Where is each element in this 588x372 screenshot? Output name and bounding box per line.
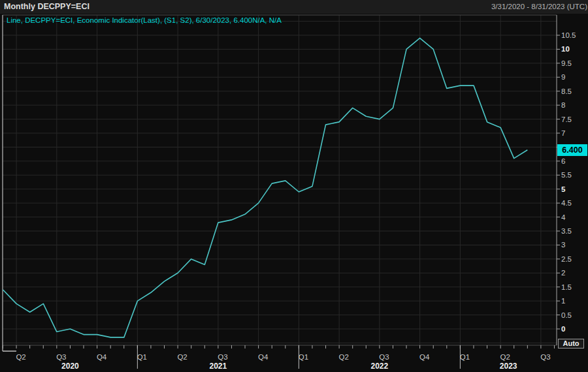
svg-text:Q2: Q2	[338, 353, 348, 361]
svg-text:Q4: Q4	[258, 353, 269, 361]
svg-text:Q1: Q1	[299, 353, 308, 361]
svg-text:2020: 2020	[61, 362, 79, 371]
x-axis-ticks	[3, 345, 555, 349]
svg-text:Q4: Q4	[419, 353, 430, 361]
svg-text:1.5: 1.5	[561, 283, 572, 291]
svg-text:4.5: 4.5	[561, 199, 572, 207]
svg-text:0.5: 0.5	[561, 311, 572, 319]
series-legend[interactable]: Line, DECPPY=ECI, Economic Indicator(Las…	[7, 16, 282, 24]
svg-text:7: 7	[561, 129, 565, 137]
svg-text:7.5: 7.5	[561, 116, 572, 123]
svg-text:Q3: Q3	[56, 353, 66, 361]
svg-text:Q3: Q3	[379, 353, 389, 361]
svg-text:8: 8	[561, 101, 565, 109]
svg-text:5: 5	[561, 185, 566, 193]
svg-text:Q2: Q2	[500, 353, 510, 361]
svg-text:8.5: 8.5	[561, 87, 572, 95]
auto-scale-button[interactable]: Auto	[558, 339, 584, 349]
year-labels: 2020202120222023	[61, 362, 517, 371]
svg-text:1: 1	[561, 297, 565, 305]
svg-text:2: 2	[561, 269, 565, 277]
svg-text:6: 6	[561, 157, 565, 165]
svg-text:4: 4	[561, 213, 566, 221]
price-chart-plot[interactable]: 00.511.522.533.544.555.566.577.588.599.5…	[0, 0, 588, 372]
svg-text:Q2: Q2	[177, 353, 187, 361]
svg-text:2022: 2022	[371, 362, 389, 371]
svg-text:9: 9	[561, 73, 565, 81]
svg-text:Q4: Q4	[97, 353, 107, 361]
svg-text:3.5: 3.5	[561, 227, 572, 235]
svg-text:5.5: 5.5	[561, 171, 572, 179]
y-axis-ticks	[557, 35, 560, 329]
svg-text:Q2: Q2	[16, 353, 25, 361]
price-line[interactable]	[3, 38, 528, 337]
svg-text:2021: 2021	[210, 362, 227, 371]
svg-text:Q3: Q3	[540, 353, 550, 361]
quarter-labels: Q2Q3Q4Q1Q2Q3Q4Q1Q2Q3Q4Q1Q2Q3	[16, 353, 550, 361]
vertical-gridlines	[16, 15, 541, 345]
chart-window: Monthly DECPPY=ECI 3/31/2020 - 8/31/2023…	[0, 0, 588, 372]
y-axis-labels: 00.511.522.533.544.555.566.577.588.599.5…	[561, 31, 576, 333]
svg-text:10: 10	[561, 45, 570, 53]
last-value-badge: 6.400	[557, 144, 587, 156]
svg-text:Q1: Q1	[460, 353, 470, 361]
svg-text:3: 3	[561, 241, 565, 249]
svg-text:2023: 2023	[500, 362, 517, 371]
svg-text:Q1: Q1	[137, 353, 147, 361]
svg-text:10.5: 10.5	[561, 31, 576, 39]
svg-text:9.5: 9.5	[561, 59, 572, 67]
svg-text:0: 0	[561, 325, 565, 333]
svg-text:Q3: Q3	[218, 353, 227, 361]
svg-text:2.5: 2.5	[561, 255, 572, 263]
